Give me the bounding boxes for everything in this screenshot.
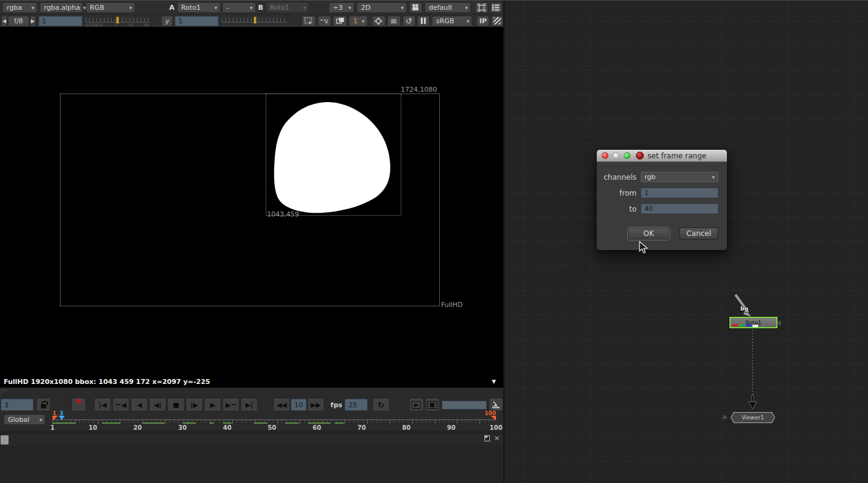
timeline-tick-label: 60 <box>313 424 321 431</box>
viewer-input-stem <box>751 395 754 402</box>
cached-frames-segment <box>254 422 268 424</box>
channels-row: channels rgb ▼ <box>597 172 718 182</box>
cached-frames-segment <box>335 422 344 424</box>
fstop-button[interactable]: f/8 <box>8 16 29 26</box>
marquee-select-icon <box>304 17 313 24</box>
step-forward-button[interactable]: |▶ <box>186 398 203 411</box>
gain-prev-button[interactable]: ◀ <box>1 16 7 26</box>
step-back-button[interactable]: ◀| <box>149 398 166 411</box>
go-start-button[interactable]: |◀ <box>94 398 111 411</box>
stop-button[interactable]: ■ <box>167 398 184 411</box>
gain-slider[interactable]: 0.015625 1 10 64 <box>86 17 149 25</box>
camera-dropdown[interactable]: default ▼ <box>425 2 471 13</box>
timeline-tick-label: 30 <box>178 424 187 431</box>
jump-forward-button[interactable]: ▶▶ <box>307 398 324 411</box>
close-window-button[interactable] <box>602 152 608 159</box>
display-channels-dropdown[interactable]: RGB ▼ <box>86 2 135 13</box>
fps-input[interactable]: 25 <box>345 399 367 411</box>
range-end-marker[interactable]: 100 <box>484 411 496 421</box>
timeline-tick-label: 100 <box>490 424 503 431</box>
gain-next-button[interactable]: ▶ <box>30 16 36 26</box>
chevron-down-icon: ▼ <box>398 6 404 10</box>
camera-lock-button[interactable] <box>409 2 422 13</box>
scanline-mode-button[interactable]: ≡ <box>387 16 401 26</box>
target-gear-icon <box>374 17 382 25</box>
node-roto1[interactable]: Roto1 <box>729 317 778 328</box>
view-dimension-dropdown[interactable]: 2D ▼ <box>357 2 407 13</box>
proxy-toggle-button[interactable] <box>491 16 503 26</box>
input-process-button[interactable]: IP <box>476 16 489 26</box>
channels-dropdown[interactable]: rgba ▼ <box>2 2 37 13</box>
input-b-dropdown[interactable]: Roto1 ▼ <box>266 2 309 13</box>
stack-mode-button[interactable] <box>490 2 502 13</box>
viewer-colorspace-dropdown[interactable]: sRGB ▼ <box>432 16 472 26</box>
zoom-window-button[interactable] <box>624 152 630 159</box>
wipe-mode-dropdown[interactable]: - ▼ <box>222 2 256 13</box>
from-row: from 1 <box>597 188 718 198</box>
close-panel-icon[interactable]: × <box>494 435 500 441</box>
gamma-slider-handle[interactable] <box>253 17 257 24</box>
status-expand-icon[interactable]: ▼ <box>492 378 496 385</box>
refresh-icon: ↺ <box>406 17 412 26</box>
loop-mode-button[interactable]: ↻ <box>373 398 390 411</box>
ok-button[interactable]: OK <box>628 227 669 240</box>
jump-back-button[interactable]: ◀◀ <box>273 398 290 411</box>
proxy-downrez-dropdown[interactable]: ÷3 ▼ <box>329 2 354 13</box>
gamma-slider[interactable] <box>222 17 286 25</box>
next-keyframe-button[interactable]: ▶¬ <box>222 398 239 411</box>
float-panel-icon[interactable] <box>484 435 490 441</box>
go-end-button[interactable]: ▶| <box>241 398 258 411</box>
to-input[interactable]: 40 <box>641 204 718 214</box>
viewer-canvas[interactable]: 1724,1080 1043,459 FullHD <box>0 27 503 375</box>
gain-scale-labels: 0.015625 1 10 64 <box>86 23 149 27</box>
dashed-line-icon <box>320 18 329 24</box>
input-a-label: A <box>169 4 175 12</box>
frame-increment-input[interactable]: 10 <box>291 399 307 411</box>
roi-button[interactable] <box>302 16 316 26</box>
frame-viewer-button[interactable] <box>475 2 488 13</box>
playhead-marker[interactable]: 3 <box>59 411 65 420</box>
gamma-toggle-button[interactable] <box>333 16 347 26</box>
gain-input[interactable]: 1 <box>38 16 82 26</box>
timeline-display-button[interactable] <box>489 398 503 411</box>
cached-frames-segment <box>102 422 120 424</box>
viewer-side-input-hint <box>723 415 728 420</box>
play-forward-button[interactable]: ▶ <box>204 398 221 411</box>
chevron-down-icon: ▼ <box>28 6 34 10</box>
camera-icon <box>411 4 420 11</box>
layer-dropdown[interactable]: rgba.alpha ▼ <box>40 2 83 13</box>
dialog-titlebar[interactable]: set frame range <box>597 150 727 162</box>
cached-frames-segment <box>142 422 165 424</box>
clip-warning-button[interactable] <box>318 16 332 26</box>
timeline-scrollbar[interactable]: × <box>0 433 503 446</box>
input-b-label: B <box>258 4 263 12</box>
timeline[interactable]: Global ▼ 1102030405060708090100 1 3 100 <box>0 412 503 430</box>
gamma-input[interactable]: 1 <box>175 16 219 26</box>
chevron-down-icon: ▼ <box>345 6 351 10</box>
update-viewer-button[interactable]: ↺ <box>403 16 416 26</box>
flipbook-stop-button[interactable]: ■ <box>425 398 440 411</box>
cancel-button[interactable]: Cancel <box>679 227 718 240</box>
input-a-dropdown[interactable]: Roto1 ▼ <box>177 2 221 13</box>
flipbook-play-button[interactable]: ▶ <box>409 398 424 411</box>
pause-updates-button[interactable] <box>417 16 429 26</box>
frame-range-mode-dropdown[interactable]: Global ▼ <box>4 415 45 425</box>
gamma-button[interactable]: y <box>161 16 173 26</box>
current-frame-input[interactable]: 3 <box>1 399 34 411</box>
minimize-window-button[interactable] <box>613 152 619 159</box>
node-viewer1[interactable]: Viewer1 <box>731 412 775 423</box>
viewer-input-number-dropdown[interactable]: 1 ▼ <box>349 16 368 26</box>
dialog-channels-dropdown[interactable]: rgb ▼ <box>641 172 718 182</box>
scrollbar-thumb[interactable] <box>1 435 9 444</box>
from-input[interactable]: 1 <box>641 188 718 198</box>
range-start-marker[interactable]: 1 <box>53 411 58 421</box>
dialog-buttons: OK Cancel <box>597 227 718 240</box>
play-backward-button[interactable]: ◀ <box>131 398 148 411</box>
frame-lock-button[interactable] <box>36 398 51 411</box>
roto-shape[interactable] <box>0 27 503 375</box>
crop-frame-icon <box>478 4 486 12</box>
prev-keyframe-button[interactable]: ⌐◀ <box>112 398 129 411</box>
chevron-down-icon: ▼ <box>712 175 715 179</box>
ram-cache-button[interactable]: * <box>71 398 86 411</box>
monitor-output-button[interactable] <box>372 16 385 26</box>
